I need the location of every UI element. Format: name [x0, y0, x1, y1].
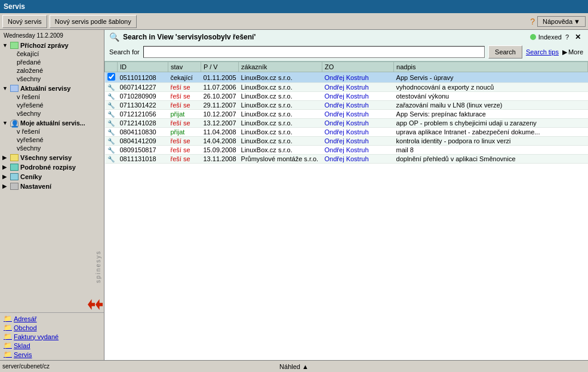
- row-checkbox[interactable]: [107, 73, 115, 81]
- row-icon-cell: 🔧: [105, 155, 118, 164]
- sidebar-group-header-vsechny[interactable]: ▶ Všechny servisy: [1, 153, 103, 162]
- row-zo-link[interactable]: Ondřej Kostruh: [325, 110, 369, 118]
- sidebar-item-v-reseni[interactable]: v řešení: [14, 93, 103, 101]
- obchod-label: Obchod: [14, 324, 37, 331]
- search-input[interactable]: [143, 46, 485, 58]
- row-zo[interactable]: Ondřej Kostruh: [322, 110, 394, 119]
- bottom-link-faktury[interactable]: 📁 Faktury vydané: [2, 332, 101, 341]
- row-zakaznik: LinuxBox.cz s.r.o.: [239, 128, 322, 137]
- search-button[interactable]: Search: [488, 45, 522, 59]
- table-row[interactable]: 🔧0710280909řeší se26.10.2007LinuxBox.cz …: [105, 92, 588, 101]
- table-row[interactable]: 0511011208čekající01.11.2005LinuxBox.cz …: [105, 72, 588, 83]
- row-zo-link[interactable]: Ondřej Kostruh: [325, 137, 369, 145]
- col-header-zakaznik[interactable]: zákazník: [239, 62, 322, 72]
- sidebar-group-header-aktualni[interactable]: ▼ Aktuální servisy: [1, 84, 103, 93]
- row-icon-cell: 🔧: [105, 119, 118, 128]
- expand-icon-nastaveni: ▶: [2, 183, 8, 189]
- row-zo[interactable]: Ondřej Kostruh: [322, 119, 394, 128]
- servis-label: Servis: [14, 351, 32, 358]
- sidebar-item-moje-v-reseni[interactable]: v řešení: [14, 127, 103, 136]
- double-nav-arrows[interactable]: [88, 299, 103, 310]
- row-zo-link[interactable]: Ondřej Kostruh: [325, 102, 369, 109]
- row-stav: řeší se: [168, 83, 201, 92]
- sidebar-group-header-moje[interactable]: ▼ 👤 Moje aktuální servis...: [1, 119, 103, 127]
- table-row[interactable]: 🔧0804110830přijat11.04.2008LinuxBox.cz s…: [105, 128, 588, 137]
- col-header-id[interactable]: ID: [118, 62, 168, 72]
- table-row[interactable]: 🔧0712121056přijat10.12.2007LinuxBox.cz s…: [105, 110, 588, 119]
- row-zo-link[interactable]: Ondřej Kostruh: [325, 74, 369, 81]
- server-label: server/cubenet/cz: [2, 363, 50, 370]
- table-row[interactable]: 🔧0712141028řeší se13.12.2007LinuxBox.cz …: [105, 119, 588, 128]
- row-zakaznik: Průmyslové montáže s.r.o.: [239, 155, 322, 164]
- row-stav: řeší se: [168, 92, 201, 101]
- row-zo[interactable]: Ondřej Kostruh: [322, 101, 394, 110]
- bottom-link-adresar[interactable]: 📁 Adresář: [2, 314, 101, 323]
- table-row[interactable]: 🔧0711301422řeší se29.11.2007LinuxBox.cz …: [105, 101, 588, 110]
- help-label: Nápověda: [543, 18, 572, 25]
- search-close-button[interactable]: ✕: [572, 33, 583, 41]
- more-arrow-icon: ▶: [562, 48, 567, 56]
- sidebar-item-vsechny-aktualni[interactable]: všechny: [14, 109, 103, 118]
- row-pv: 15.09.2008: [201, 146, 239, 155]
- row-nadpis: kontrola identity - podpora ro linux ver…: [394, 137, 588, 146]
- row-zo[interactable]: Ondřej Kostruh: [322, 137, 394, 146]
- sidebar-item-cekajici[interactable]: čekající: [14, 50, 103, 58]
- table-row[interactable]: 🔧0804141209řeší se14.04.2008LinuxBox.cz …: [105, 137, 588, 146]
- sidebar-item-vsechny-prichozi[interactable]: všechny: [14, 75, 103, 83]
- table-row[interactable]: 🔧0811131018řeší se13.11.2008Průmyslové m…: [105, 155, 588, 164]
- sidebar-item-moje-vyresene[interactable]: vyřešené: [14, 136, 103, 144]
- bottom-link-servis[interactable]: 📁 Servis: [2, 350, 101, 359]
- sidebar-item-predane[interactable]: předané: [14, 58, 103, 66]
- sidebar-bottom-links: 📁 Adresář 📁 Obchod 📁 Faktury vydané 📁 Sk…: [0, 312, 104, 360]
- col-header-stav[interactable]: stav: [168, 62, 201, 72]
- row-zo-link[interactable]: Ondřej Kostruh: [325, 128, 369, 136]
- row-zo[interactable]: Ondřej Kostruh: [322, 155, 394, 164]
- folder-icon-ceniky: [10, 173, 19, 180]
- row-zo-link[interactable]: Ondřej Kostruh: [325, 155, 369, 162]
- sklad-icon: 📁: [4, 342, 12, 349]
- row-zo-link[interactable]: Ondřej Kostruh: [325, 146, 369, 153]
- row-wrench-icon: 🔧: [107, 120, 115, 127]
- faktury-icon: 📁: [4, 333, 12, 340]
- sidebar-item-vyresene[interactable]: vyřešené: [14, 101, 103, 109]
- adresar-icon: 📁: [4, 315, 12, 322]
- col-header-pv[interactable]: P / V: [201, 62, 239, 72]
- row-zo[interactable]: Ondřej Kostruh: [322, 128, 394, 137]
- sidebar-group-header-nastaveni[interactable]: ▶ Nastavení: [1, 182, 103, 190]
- sidebar-group-header-podrobne[interactable]: ▶ Podrobné rozpisy: [1, 163, 103, 171]
- help-button[interactable]: Nápověda ▼: [537, 16, 586, 27]
- table-row[interactable]: 🔧0809150817řeší se15.09.2008LinuxBox.cz …: [105, 146, 588, 155]
- table-body: 0511011208čekající01.11.2005LinuxBox.cz …: [105, 72, 588, 164]
- row-zo-link[interactable]: Ondřej Kostruh: [325, 84, 369, 91]
- row-stav: řeší se: [168, 119, 201, 128]
- table-row[interactable]: 🔧0607141227řeší se11.07.2006LinuxBox.cz …: [105, 83, 588, 92]
- row-icon-cell: 🔧: [105, 101, 118, 110]
- sidebar-item-moje-vsechny[interactable]: všechny: [14, 144, 103, 152]
- group-label-moje: Moje aktuální servis...: [20, 119, 85, 127]
- row-nadpis: doplnění přehledů v aplikaci Směnovnice: [394, 155, 588, 164]
- row-pv: 11.07.2006: [201, 83, 239, 92]
- new-from-template-button[interactable]: Nový servis podle šablony: [50, 15, 137, 28]
- bottom-link-sklad[interactable]: 📁 Sklad: [2, 341, 101, 350]
- row-zo[interactable]: Ondřej Kostruh: [322, 83, 394, 92]
- row-zo[interactable]: Ondřej Kostruh: [322, 92, 394, 101]
- bottom-link-obchod[interactable]: 📁 Obchod: [2, 323, 101, 332]
- sidebar-group-header-prichozi[interactable]: ▼ Příchozí zprávy: [1, 41, 103, 50]
- sidebar-group-header-ceniky[interactable]: ▶ Ceníky: [1, 173, 103, 181]
- nahled-button[interactable]: Náhled ▲: [279, 363, 309, 370]
- col-header-zo[interactable]: ZO: [322, 62, 394, 72]
- row-icon-cell: 🔧: [105, 146, 118, 155]
- row-zo-link[interactable]: Ondřej Kostruh: [325, 93, 369, 100]
- row-zo[interactable]: Ondřej Kostruh: [322, 72, 394, 83]
- sidebar-item-zalozene[interactable]: založené: [14, 66, 103, 75]
- search-tips-link[interactable]: Search tips: [526, 48, 559, 56]
- row-zo-link[interactable]: Ondřej Kostruh: [325, 119, 369, 127]
- new-service-button[interactable]: Nový servis: [2, 15, 47, 28]
- row-id: 0710280909: [118, 92, 168, 101]
- help-dropdown-icon: ▼: [574, 18, 580, 25]
- row-wrench-icon: 🔧: [107, 111, 115, 118]
- col-header-nadpis[interactable]: nadpis: [394, 62, 588, 72]
- search-help-button[interactable]: ?: [565, 33, 569, 41]
- more-button[interactable]: ▶ More: [562, 48, 583, 56]
- row-zo[interactable]: Ondřej Kostruh: [322, 146, 394, 155]
